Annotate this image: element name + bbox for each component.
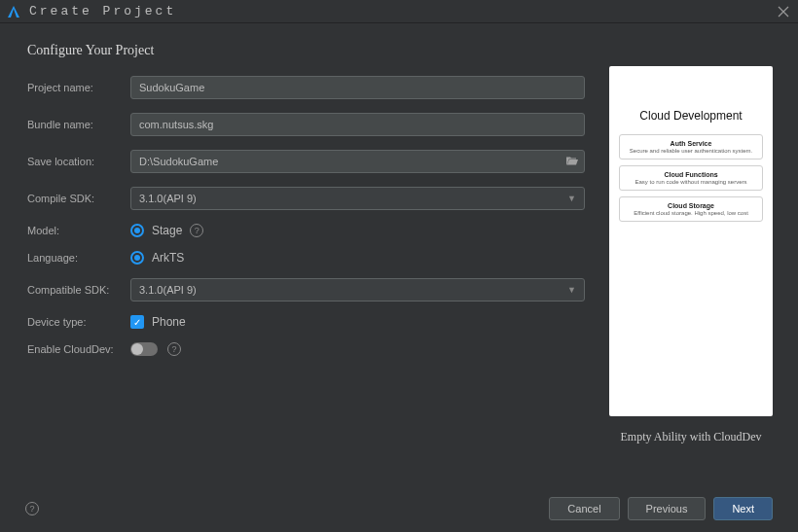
compatible-sdk-select[interactable]: 3.1.0(API 9) ▼ [130, 278, 585, 301]
project-name-input[interactable] [130, 76, 585, 99]
label-project-name: Project name: [27, 82, 130, 93]
chevron-down-icon: ▼ [567, 285, 576, 295]
close-icon [778, 6, 789, 18]
next-button[interactable]: Next [713, 497, 773, 520]
model-help-button[interactable]: ? [190, 224, 203, 237]
bundle-name-input[interactable] [130, 113, 585, 136]
label-model: Model: [27, 225, 130, 236]
section-heading: Configure Your Project [27, 43, 586, 58]
clouddev-help-button[interactable]: ? [167, 342, 181, 356]
preview-column: Cloud Development Auth Service Secure an… [609, 66, 773, 444]
close-button[interactable] [775, 3, 792, 20]
label-compile-sdk: Compile SDK: [27, 193, 130, 204]
model-stage-radio[interactable] [130, 224, 144, 237]
model-stage-label: Stage [152, 224, 182, 237]
cancel-button[interactable]: Cancel [549, 497, 619, 520]
browse-folder-button[interactable] [566, 157, 578, 167]
preview-card-title: Cloud Functions [626, 171, 756, 178]
form-area: Configure Your Project Project name: Bun… [27, 43, 586, 444]
label-device-type: Device type: [27, 316, 130, 328]
preview-card-title: Auth Service [626, 140, 756, 147]
footer: ? Cancel Previous Next [0, 485, 798, 532]
label-compatible-sdk: Compatible SDK: [27, 284, 130, 296]
device-phone-checkbox[interactable]: ✓ [130, 315, 144, 329]
preview-card-auth: Auth Service Secure and reliable user au… [619, 134, 763, 160]
preview-card-sub: Efficient cloud storage. High speed, low… [626, 210, 756, 216]
preview-card-functions: Cloud Functions Easy to run code without… [619, 165, 763, 191]
preview-card-sub: Secure and reliable user authentication … [626, 148, 756, 154]
preview-title: Cloud Development [639, 109, 742, 123]
chevron-down-icon: ▼ [567, 194, 576, 203]
titlebar: Create Project [0, 0, 798, 23]
compatible-sdk-value: 3.1.0(API 9) [139, 284, 197, 296]
app-logo-icon [6, 4, 21, 19]
label-language: Language: [27, 252, 130, 264]
device-phone-label: Phone [152, 315, 186, 329]
window-title: Create Project [29, 4, 176, 18]
save-location-input[interactable] [130, 150, 585, 173]
preview-card-title: Cloud Storage [626, 202, 756, 209]
language-arkts-radio[interactable] [130, 251, 144, 265]
label-save-location: Save location: [27, 156, 130, 167]
label-enable-clouddev: Enable CloudDev: [27, 343, 130, 355]
previous-button[interactable]: Previous [628, 497, 707, 520]
label-bundle-name: Bundle name: [27, 119, 130, 130]
preview-card-storage: Cloud Storage Efficient cloud storage. H… [619, 196, 763, 222]
enable-clouddev-toggle[interactable] [130, 342, 158, 356]
preview-panel: Cloud Development Auth Service Secure an… [609, 66, 773, 416]
folder-open-icon [566, 157, 578, 167]
preview-card-sub: Easy to run code without managing server… [626, 179, 756, 185]
help-button[interactable]: ? [25, 502, 39, 515]
preview-caption: Empty Ability with CloudDev [609, 430, 773, 444]
compile-sdk-select[interactable]: 3.1.0(API 9) ▼ [130, 187, 585, 210]
language-arkts-label: ArkTS [152, 251, 184, 265]
compile-sdk-value: 3.1.0(API 9) [139, 193, 197, 204]
